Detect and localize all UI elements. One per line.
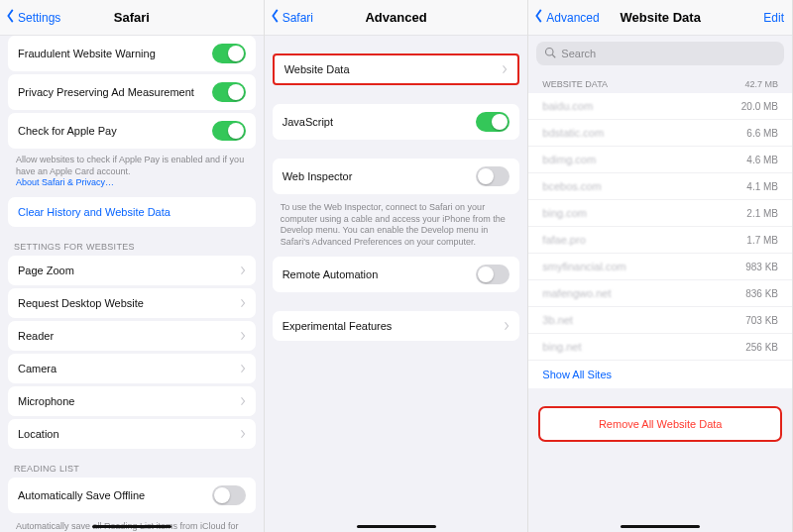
domain-label: mafengwo.net bbox=[542, 287, 611, 299]
page-title: Safari bbox=[114, 10, 150, 25]
size-label: 4.6 MB bbox=[746, 155, 778, 165]
chevron-left-icon bbox=[6, 9, 18, 26]
location-row[interactable]: Location bbox=[8, 419, 256, 449]
website-data-row[interactable]: baidu.com20.0 MB bbox=[528, 93, 792, 120]
home-indicator bbox=[92, 525, 171, 528]
size-label: 1.7 MB bbox=[746, 235, 778, 246]
domain-label: smyfinancial.com bbox=[542, 261, 625, 272]
chevron-right-icon bbox=[240, 429, 246, 439]
cell-label: Automatically Save Offline bbox=[18, 489, 145, 501]
navbar: Safari Advanced bbox=[265, 0, 528, 36]
cell-label: Web Inspector bbox=[283, 170, 353, 182]
javascript-row[interactable]: JavaScript bbox=[273, 104, 520, 140]
privacy-ad-row[interactable]: Privacy Preserving Ad Measurement bbox=[8, 74, 256, 110]
domain-label: bcebos.com bbox=[542, 180, 601, 192]
back-label: Settings bbox=[18, 11, 60, 25]
navbar: Settings Safari bbox=[0, 0, 264, 36]
experimental-features-row[interactable]: Experimental Features bbox=[273, 311, 520, 341]
domain-label: bing.net bbox=[542, 341, 581, 353]
auto-save-offline-row[interactable]: Automatically Save Offline bbox=[8, 478, 256, 513]
back-button[interactable]: Advanced bbox=[534, 9, 599, 26]
footnote: To use the Web Inspector, connect to Saf… bbox=[273, 199, 520, 257]
domain-label: fafae.pro bbox=[542, 234, 585, 246]
website-data-row[interactable]: bdstatic.com6.6 MB bbox=[528, 120, 792, 147]
toggle-switch[interactable] bbox=[476, 265, 510, 284]
cell-label: Check for Apple Pay bbox=[18, 125, 117, 137]
toggle-switch[interactable] bbox=[212, 121, 246, 141]
cell-label: Reader bbox=[18, 330, 54, 342]
cell-label: Page Zoom bbox=[18, 265, 74, 276]
chevron-right-icon bbox=[504, 321, 510, 331]
request-desktop-row[interactable]: Request Desktop Website bbox=[8, 288, 256, 318]
search-input[interactable]: Search bbox=[536, 42, 784, 65]
size-label: 4.1 MB bbox=[746, 181, 778, 192]
page-zoom-row[interactable]: Page Zoom bbox=[8, 256, 256, 285]
cell-label: Website Data bbox=[284, 63, 350, 75]
remove-all-website-data-button[interactable]: Remove All Website Data bbox=[538, 406, 782, 442]
advanced-pane: Safari Advanced Website Data JavaScript … bbox=[265, 0, 529, 532]
cell-label: Remote Automation bbox=[283, 268, 379, 280]
svg-line-1 bbox=[553, 54, 556, 57]
search-icon bbox=[544, 47, 561, 60]
footnote: Allow websites to check if Apple Pay is … bbox=[8, 152, 256, 197]
about-privacy-link[interactable]: About Safari & Privacy… bbox=[16, 177, 114, 187]
cell-label: Microphone bbox=[18, 395, 74, 407]
page-title: Advanced bbox=[365, 10, 426, 25]
chevron-left-icon bbox=[534, 9, 546, 26]
domain-label: bdimg.com bbox=[542, 154, 596, 165]
clear-history-button[interactable]: Clear History and Website Data bbox=[8, 197, 256, 227]
website-data-row[interactable]: bing.net256 KB bbox=[528, 334, 792, 361]
cell-label: Experimental Features bbox=[283, 320, 393, 332]
show-all-sites-button[interactable]: Show All Sites bbox=[528, 361, 792, 388]
cell-label: JavaScript bbox=[283, 116, 333, 128]
remote-automation-row[interactable]: Remote Automation bbox=[273, 257, 520, 292]
website-data-row[interactable]: Website Data bbox=[273, 53, 520, 85]
website-data-list: baidu.com20.0 MBbdstatic.com6.6 MBbdimg.… bbox=[528, 93, 792, 361]
website-data-pane: Advanced Website Data Edit Search WEBSIT… bbox=[528, 0, 793, 532]
size-label: 256 KB bbox=[745, 342, 778, 353]
header-label: WEBSITE DATA bbox=[542, 79, 608, 89]
domain-label: bdstatic.com bbox=[542, 127, 604, 139]
section-header: READING LIST bbox=[8, 454, 256, 478]
size-label: 6.6 MB bbox=[746, 128, 778, 139]
footnote-text: Allow websites to check if Apple Pay is … bbox=[16, 155, 244, 176]
toggle-switch[interactable] bbox=[212, 44, 246, 63]
website-data-row[interactable]: bdimg.com4.6 MB bbox=[528, 147, 792, 173]
size-label: 703 KB bbox=[745, 315, 778, 326]
domain-label: 3b.net bbox=[542, 314, 573, 326]
size-label: 836 KB bbox=[745, 288, 778, 299]
cell-label: Fraudulent Website Warning bbox=[18, 48, 156, 59]
website-data-row[interactable]: bing.com2.1 MB bbox=[528, 200, 792, 227]
chevron-right-icon bbox=[240, 298, 246, 308]
domain-label: bing.com bbox=[542, 207, 587, 219]
fraud-warning-row[interactable]: Fraudulent Website Warning bbox=[8, 36, 256, 71]
back-button[interactable]: Safari bbox=[271, 9, 313, 26]
chevron-right-icon bbox=[240, 364, 246, 373]
toggle-switch[interactable] bbox=[476, 166, 510, 186]
website-data-row[interactable]: 3b.net703 KB bbox=[528, 307, 792, 334]
back-label: Safari bbox=[283, 11, 313, 25]
toggle-switch[interactable] bbox=[212, 82, 246, 102]
microphone-row[interactable]: Microphone bbox=[8, 386, 256, 416]
back-label: Advanced bbox=[546, 11, 599, 25]
apple-pay-row[interactable]: Check for Apple Pay bbox=[8, 113, 256, 149]
size-label: 983 KB bbox=[745, 262, 778, 272]
camera-row[interactable]: Camera bbox=[8, 354, 256, 383]
chevron-left-icon bbox=[271, 9, 283, 26]
toggle-switch[interactable] bbox=[212, 485, 246, 505]
chevron-right-icon bbox=[240, 396, 246, 406]
website-data-row[interactable]: smyfinancial.com983 KB bbox=[528, 254, 792, 280]
website-data-row[interactable]: bcebos.com4.1 MB bbox=[528, 173, 792, 200]
home-indicator bbox=[621, 525, 700, 528]
website-data-row[interactable]: fafae.pro1.7 MB bbox=[528, 227, 792, 254]
edit-button[interactable]: Edit bbox=[763, 11, 784, 25]
back-button[interactable]: Settings bbox=[6, 9, 60, 26]
toggle-switch[interactable] bbox=[476, 112, 510, 132]
navbar: Advanced Website Data Edit bbox=[528, 0, 792, 36]
reader-row[interactable]: Reader bbox=[8, 321, 256, 351]
website-data-row[interactable]: mafengwo.net836 KB bbox=[528, 280, 792, 307]
search-placeholder: Search bbox=[561, 48, 596, 59]
web-inspector-row[interactable]: Web Inspector bbox=[273, 159, 520, 194]
cell-label: Location bbox=[18, 428, 59, 440]
chevron-right-icon bbox=[240, 331, 246, 341]
